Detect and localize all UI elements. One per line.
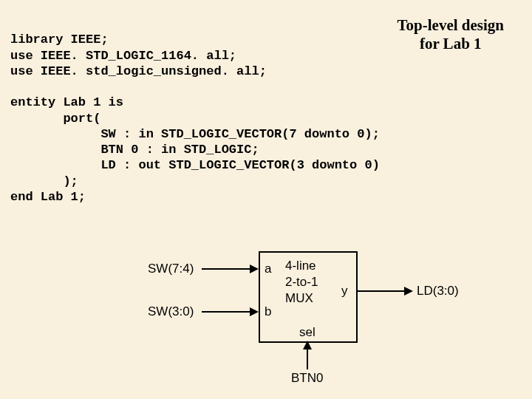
input-b-label: SW(3:0) <box>148 304 194 319</box>
arrow-line <box>202 311 250 313</box>
sel-input-label: BTN0 <box>291 371 323 386</box>
code-line: BTN 0 : in STD_LOGIC; <box>10 143 259 157</box>
arrow-line <box>202 268 250 270</box>
arrow-right-icon <box>250 307 259 316</box>
code-line: entity Lab 1 is <box>10 95 123 109</box>
title-line-2: for Lab 1 <box>420 35 482 52</box>
mux-text-3: MUX <box>285 291 313 306</box>
output-label: LD(3:0) <box>417 284 459 299</box>
code-line: end Lab 1; <box>10 190 86 204</box>
arrow-line <box>356 290 405 292</box>
arrow-right-icon <box>250 265 259 273</box>
slide-title: Top-level design for Lab 1 <box>398 16 505 53</box>
mux-text-1: 4-line <box>285 259 316 273</box>
arrow-line <box>307 349 308 369</box>
input-a-label: SW(7:4) <box>148 262 194 276</box>
code-line: library IEEE; <box>10 33 109 47</box>
port-y-label: y <box>341 284 348 299</box>
mux-text-2: 2-to-1 <box>285 275 318 290</box>
code-line: SW : in STD_LOGIC_VECTOR(7 downto 0); <box>10 127 380 141</box>
port-b-label: b <box>265 304 271 319</box>
title-line-1: Top-level design <box>398 16 505 34</box>
port-sel-label: sel <box>299 325 316 340</box>
port-a-label: a <box>265 262 271 276</box>
code-line: LD : out STD_LOGIC_VECTOR(3 downto 0) <box>10 158 380 172</box>
arrow-right-icon <box>404 287 413 296</box>
arrow-up-icon <box>303 341 312 349</box>
vhdl-code: library IEEE; use IEEE. STD_LOGIC_1164. … <box>10 16 380 205</box>
code-line: use IEEE. STD_LOGIC_1164. all; <box>10 49 236 63</box>
code-line: ); <box>10 174 78 188</box>
code-line: use IEEE. std_logic_unsigned. all; <box>10 64 267 78</box>
code-line: port( <box>10 112 100 126</box>
block-diagram: a b y sel 4-line 2-to-1 MUX SW(7:4) SW(3… <box>118 244 429 392</box>
